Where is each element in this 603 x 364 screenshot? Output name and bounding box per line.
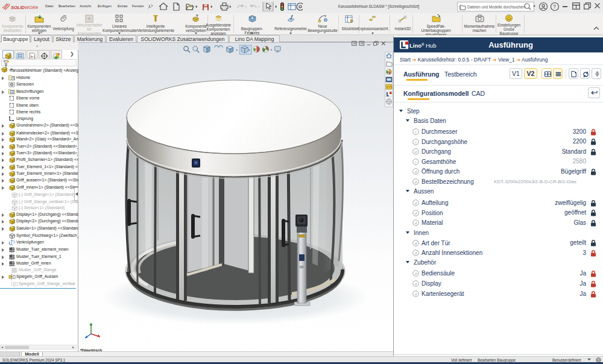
svg-text:SOLIDWORKS: SOLIDWORKS [11,5,38,10]
svg-text:?: ? [553,4,556,10]
svg-text:A: A [11,90,13,93]
